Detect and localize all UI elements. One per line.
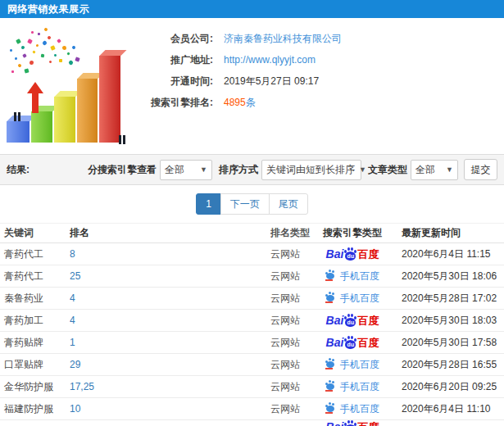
confetti-dot	[21, 46, 25, 50]
mobile-baidu-icon	[325, 292, 337, 303]
growth-arrow-icon	[27, 80, 43, 113]
header-updated: 最新更新时间	[389, 226, 504, 240]
table-row: 金华防护服 17,25 云网站 手机百度 2020年6月20日 09:25	[0, 376, 504, 398]
confetti-dot	[72, 46, 76, 50]
baidu-pc-logo[interactable]: Baidu百度	[326, 336, 379, 349]
submit-button[interactable]: 提交	[464, 159, 497, 180]
mobile-baidu-icon	[325, 270, 337, 281]
baidu-pc-logo[interactable]: Baidu百度	[326, 314, 379, 327]
confetti-dot	[11, 70, 14, 73]
confetti-dot	[48, 60, 52, 63]
confetti-dot	[75, 57, 79, 61]
article-type-select[interactable]: 全部 ▼	[411, 160, 458, 180]
mobile-baidu-icon	[325, 358, 337, 369]
keyword-cell: 膏药贴牌	[0, 336, 70, 350]
info-row-rank-count: 搜索引擎排名: 4895条	[141, 92, 504, 113]
table-row: 膏药代工 25 云网站 手机百度 2020年5月30日 18:06	[0, 265, 504, 288]
confetti-dot	[57, 39, 61, 43]
header-keyword: 关键词	[0, 226, 70, 240]
confetti-dot	[22, 53, 27, 58]
baidu-paw-icon: du	[344, 247, 356, 261]
engine-view-label: 分搜索引擎查看	[88, 163, 157, 177]
updated-cell: 2020年5月30日 18:06	[389, 270, 504, 283]
header-rank: 排名	[70, 226, 270, 240]
updated-cell: 2020年5月28日 16:55	[389, 358, 504, 372]
open-time-value: 2019年5月27日 09:17	[224, 75, 319, 88]
mobile-baidu-link[interactable]: 手机百度	[340, 403, 379, 415]
rank-link[interactable]: 8	[70, 248, 75, 260]
table-row: 膏药加工 4 云网站 Baidu百度 2020年5月30日 18:03	[0, 310, 504, 332]
info-row-url: 推广地址: http://www.qlyyjt.com	[141, 49, 504, 70]
confetti-dot	[62, 46, 66, 50]
engine-view-select[interactable]: 全部 ▼	[160, 160, 212, 180]
confetti-dot	[41, 54, 45, 58]
pagination: 1 下一页 尾页	[196, 193, 308, 215]
baidu-pc-logo[interactable]: Baidu百度	[326, 420, 379, 426]
updated-cell: 2020年5月30日 17:58	[389, 336, 504, 350]
confetti-dot	[47, 35, 51, 39]
rank-link[interactable]: 10	[70, 403, 80, 415]
confetti-dot	[16, 39, 21, 44]
baidu-paw-icon: du	[344, 336, 356, 349]
info-section: 会员公司: 济南秦鲁药业科技有限公司 推广地址: http://www.qlyy…	[0, 18, 504, 154]
chevron-down-icon: ▼	[359, 165, 366, 174]
mobile-baidu-icon	[325, 380, 337, 392]
next-page-button[interactable]: 下一页	[220, 193, 270, 215]
page-1-button[interactable]: 1	[196, 193, 221, 215]
result-label: 结果:	[7, 163, 30, 177]
confetti-dot	[54, 54, 57, 57]
mobile-baidu-link[interactable]: 手机百度	[340, 359, 379, 370]
rank-link[interactable]: 29	[70, 359, 80, 370]
confetti-dot	[38, 33, 40, 35]
businessman-figure	[11, 112, 23, 121]
updated-cell: 2020年5月28日 17:02	[389, 292, 504, 306]
updated-cell: 2020年6月20日 09:25	[389, 380, 504, 394]
rank-link[interactable]: 4	[70, 292, 75, 304]
article-type-label: 文章类型	[368, 163, 407, 177]
promo-url-link[interactable]: http://www.qlyyjt.com	[224, 54, 316, 66]
rank-type-cell: 云网站	[270, 247, 316, 261]
baidu-pc-logo[interactable]: Baidu百度	[326, 247, 379, 261]
confetti-dot	[43, 27, 48, 31]
mobile-baidu-link[interactable]: 手机百度	[340, 292, 379, 304]
rank-count-value: 4895	[224, 97, 246, 108]
clipart-bar-orange	[77, 79, 98, 143]
mobile-baidu-link[interactable]: 手机百度	[340, 270, 379, 282]
table-row: 膏药代工 8 云网站 Baidu百度 2020年6月4日 11:15	[0, 243, 504, 265]
rank-link[interactable]: 4	[70, 315, 75, 326]
rank-type-cell: 云网站	[270, 292, 316, 306]
company-label: 会员公司:	[141, 32, 213, 46]
keyword-rank-table: 关键词 排名 排名类型 搜索引擎类型 最新更新时间 膏药代工 8 云网站 Bai…	[0, 223, 504, 426]
keyword-cell: 膏药代工	[0, 270, 70, 283]
baidu-paw-icon: du	[344, 314, 356, 327]
last-page-button[interactable]: 尾页	[269, 193, 308, 215]
rank-link[interactable]: 1	[70, 337, 75, 348]
rank-link[interactable]: 17,25	[70, 381, 94, 392]
updated-cell: 2020年6月4日 11:15	[389, 247, 504, 261]
keyword-cell: 膏药加工	[0, 314, 70, 328]
chart-clipart	[0, 21, 141, 152]
keyword-cell: 口罩贴牌	[0, 358, 70, 372]
rank-type-cell: 云网站	[270, 336, 316, 350]
sort-label: 排序方式	[219, 163, 258, 177]
baidu-paw-icon: du	[344, 420, 356, 426]
chevron-down-icon: ▼	[446, 165, 453, 174]
rank-count-label: 搜索引擎排名:	[141, 96, 213, 110]
sort-select[interactable]: 关键词由短到长排序 ▼	[261, 160, 361, 180]
pagination-section: 1 下一页 尾页	[0, 185, 504, 223]
company-link[interactable]: 济南秦鲁药业科技有限公司	[224, 33, 342, 44]
partial-table-row: Baidu百度	[0, 420, 504, 426]
confetti-dot	[42, 40, 48, 46]
updated-cell: 2020年5月30日 18:03	[389, 314, 504, 328]
header-rank-type: 排名类型	[270, 226, 316, 240]
filter-bar: 结果: 分搜索引擎查看 全部 ▼ 排序方式 关键词由短到长排序 ▼ 文章类型 全…	[0, 154, 504, 185]
keyword-cell: 秦鲁药业	[0, 292, 70, 306]
rank-link[interactable]: 25	[70, 270, 80, 282]
mobile-baidu-icon	[325, 402, 337, 414]
keyword-cell: 膏药代工	[0, 247, 70, 261]
mobile-baidu-link[interactable]: 手机百度	[340, 381, 379, 392]
confetti-dot	[35, 43, 39, 47]
info-row-company: 会员公司: 济南秦鲁药业科技有限公司	[141, 28, 504, 49]
table-row: 福建防护服 10 云网站 手机百度 2020年6月4日 11:10	[0, 398, 504, 420]
chevron-down-icon: ▼	[200, 165, 207, 174]
